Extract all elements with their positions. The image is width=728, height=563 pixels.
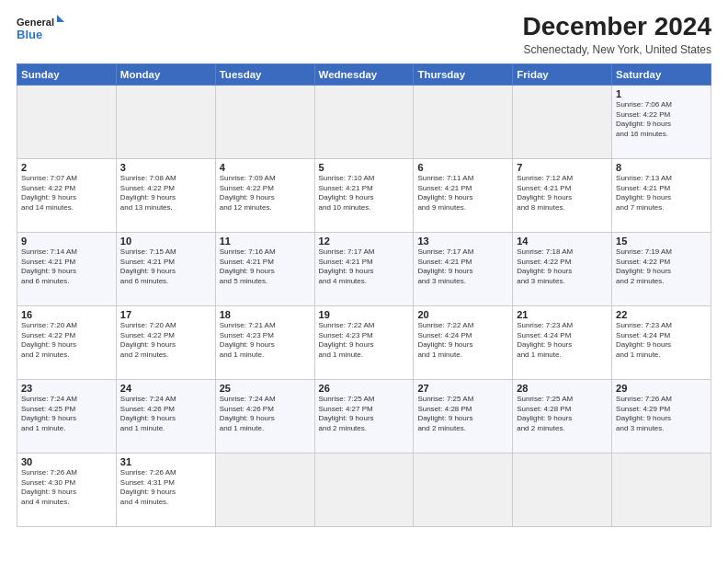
table-cell: 21Sunrise: 7:23 AMSunset: 4:24 PMDayligh…	[513, 305, 612, 379]
table-row: 16Sunrise: 7:20 AMSunset: 4:22 PMDayligh…	[17, 305, 711, 379]
table-cell: 28Sunrise: 7:25 AMSunset: 4:28 PMDayligh…	[513, 379, 612, 453]
table-cell: 2Sunrise: 7:07 AMSunset: 4:22 PMDaylight…	[17, 158, 117, 232]
day-info: Sunrise: 7:26 AMSunset: 4:30 PMDaylight:…	[21, 468, 112, 508]
table-cell: 9Sunrise: 7:14 AMSunset: 4:21 PMDaylight…	[17, 232, 117, 305]
col-friday: Friday	[513, 63, 612, 85]
table-cell: 24Sunrise: 7:24 AMSunset: 4:26 PMDayligh…	[116, 379, 215, 453]
table-cell: 6Sunrise: 7:11 AMSunset: 4:21 PMDaylight…	[414, 158, 513, 232]
day-number: 19	[319, 309, 410, 320]
logo: General Blue	[17, 13, 64, 46]
table-cell: 30Sunrise: 7:26 AMSunset: 4:30 PMDayligh…	[17, 453, 117, 526]
table-cell: 19Sunrise: 7:22 AMSunset: 4:23 PMDayligh…	[314, 305, 414, 379]
day-number: 30	[21, 456, 112, 467]
day-info: Sunrise: 7:24 AMSunset: 4:26 PMDaylight:…	[220, 395, 311, 434]
day-info: Sunrise: 7:14 AMSunset: 4:21 PMDaylight:…	[21, 247, 112, 287]
day-number: 7	[517, 162, 608, 173]
day-info: Sunrise: 7:07 AMSunset: 4:22 PMDaylight:…	[21, 174, 112, 213]
day-number: 11	[220, 236, 311, 247]
day-info: Sunrise: 7:15 AMSunset: 4:21 PMDaylight:…	[120, 247, 211, 287]
table-cell: 1Sunrise: 7:06 AMSunset: 4:22 PMDaylight…	[612, 85, 711, 158]
day-info: Sunrise: 7:24 AMSunset: 4:25 PMDaylight:…	[21, 395, 112, 434]
table-cell: 31Sunrise: 7:26 AMSunset: 4:31 PMDayligh…	[116, 453, 215, 526]
day-number: 1	[616, 88, 707, 99]
table-cell	[314, 85, 414, 158]
table-cell: 4Sunrise: 7:09 AMSunset: 4:22 PMDaylight…	[215, 158, 314, 232]
day-number: 17	[120, 309, 211, 320]
header: General Blue December 2024 Schenectady, …	[17, 13, 711, 56]
day-info: Sunrise: 7:20 AMSunset: 4:22 PMDaylight:…	[21, 321, 112, 361]
table-row: 2Sunrise: 7:07 AMSunset: 4:22 PMDaylight…	[17, 158, 711, 232]
day-info: Sunrise: 7:24 AMSunset: 4:26 PMDaylight:…	[120, 395, 211, 434]
svg-text:Blue: Blue	[17, 28, 42, 41]
table-row: 30Sunrise: 7:26 AMSunset: 4:30 PMDayligh…	[17, 453, 711, 526]
table-cell: 18Sunrise: 7:21 AMSunset: 4:23 PMDayligh…	[215, 305, 314, 379]
header-row: Sunday Monday Tuesday Wednesday Thursday…	[17, 63, 711, 85]
table-cell: 3Sunrise: 7:08 AMSunset: 4:22 PMDaylight…	[116, 158, 215, 232]
table-cell	[612, 453, 711, 526]
table-cell: 20Sunrise: 7:22 AMSunset: 4:24 PMDayligh…	[414, 305, 513, 379]
day-number: 20	[417, 309, 508, 320]
day-info: Sunrise: 7:23 AMSunset: 4:24 PMDaylight:…	[517, 321, 608, 361]
table-cell: 27Sunrise: 7:25 AMSunset: 4:28 PMDayligh…	[414, 379, 513, 453]
day-info: Sunrise: 7:16 AMSunset: 4:21 PMDaylight:…	[220, 247, 311, 287]
table-cell	[215, 453, 314, 526]
day-number: 29	[616, 383, 707, 394]
day-number: 5	[319, 162, 410, 173]
table-cell: 8Sunrise: 7:13 AMSunset: 4:21 PMDaylight…	[612, 158, 711, 232]
table-cell	[215, 85, 314, 158]
table-cell: 11Sunrise: 7:16 AMSunset: 4:21 PMDayligh…	[215, 232, 314, 305]
table-cell: 22Sunrise: 7:23 AMSunset: 4:24 PMDayligh…	[612, 305, 711, 379]
day-info: Sunrise: 7:18 AMSunset: 4:22 PMDaylight:…	[517, 247, 608, 287]
table-cell	[314, 453, 414, 526]
day-number: 21	[517, 309, 608, 320]
day-number: 14	[517, 236, 608, 247]
subtitle: Schenectady, New York, United States	[523, 43, 711, 56]
table-cell: 15Sunrise: 7:19 AMSunset: 4:22 PMDayligh…	[612, 232, 711, 305]
table-row: 23Sunrise: 7:24 AMSunset: 4:25 PMDayligh…	[17, 379, 711, 453]
day-number: 18	[220, 309, 311, 320]
day-number: 16	[21, 309, 112, 320]
table-cell: 7Sunrise: 7:12 AMSunset: 4:21 PMDaylight…	[513, 158, 612, 232]
day-number: 3	[120, 162, 211, 173]
day-number: 6	[417, 162, 508, 173]
day-info: Sunrise: 7:08 AMSunset: 4:22 PMDaylight:…	[120, 174, 211, 213]
table-row: 9Sunrise: 7:14 AMSunset: 4:21 PMDaylight…	[17, 232, 711, 305]
day-info: Sunrise: 7:22 AMSunset: 4:23 PMDaylight:…	[319, 321, 410, 361]
table-cell: 10Sunrise: 7:15 AMSunset: 4:21 PMDayligh…	[116, 232, 215, 305]
table-cell	[414, 85, 513, 158]
month-title: December 2024	[523, 13, 711, 41]
day-number: 31	[120, 456, 211, 467]
col-sunday: Sunday	[17, 63, 117, 85]
col-saturday: Saturday	[612, 63, 711, 85]
day-info: Sunrise: 7:23 AMSunset: 4:24 PMDaylight:…	[616, 321, 707, 361]
day-info: Sunrise: 7:22 AMSunset: 4:24 PMDaylight:…	[417, 321, 508, 361]
day-info: Sunrise: 7:25 AMSunset: 4:28 PMDaylight:…	[417, 395, 508, 434]
day-info: Sunrise: 7:19 AMSunset: 4:22 PMDaylight:…	[616, 247, 707, 287]
day-info: Sunrise: 7:25 AMSunset: 4:28 PMDaylight:…	[517, 395, 608, 434]
day-number: 28	[517, 383, 608, 394]
day-info: Sunrise: 7:09 AMSunset: 4:22 PMDaylight:…	[220, 174, 311, 213]
day-info: Sunrise: 7:25 AMSunset: 4:27 PMDaylight:…	[319, 395, 410, 434]
table-cell: 16Sunrise: 7:20 AMSunset: 4:22 PMDayligh…	[17, 305, 117, 379]
day-info: Sunrise: 7:10 AMSunset: 4:21 PMDaylight:…	[319, 174, 410, 213]
day-number: 25	[220, 383, 311, 394]
table-cell: 5Sunrise: 7:10 AMSunset: 4:21 PMDaylight…	[314, 158, 414, 232]
table-cell: 26Sunrise: 7:25 AMSunset: 4:27 PMDayligh…	[314, 379, 414, 453]
table-cell	[414, 453, 513, 526]
day-info: Sunrise: 7:06 AMSunset: 4:22 PMDaylight:…	[616, 100, 707, 140]
col-tuesday: Tuesday	[215, 63, 314, 85]
day-number: 8	[616, 162, 707, 173]
title-block: December 2024 Schenectady, New York, Uni…	[523, 13, 711, 56]
day-number: 13	[417, 236, 508, 247]
logo-svg: General Blue	[17, 13, 64, 46]
day-number: 9	[21, 236, 112, 247]
day-info: Sunrise: 7:26 AMSunset: 4:29 PMDaylight:…	[616, 395, 707, 434]
day-info: Sunrise: 7:13 AMSunset: 4:21 PMDaylight:…	[616, 174, 707, 213]
svg-text:General: General	[17, 17, 54, 28]
day-number: 24	[120, 383, 211, 394]
day-info: Sunrise: 7:20 AMSunset: 4:22 PMDaylight:…	[120, 321, 211, 361]
table-cell: 13Sunrise: 7:17 AMSunset: 4:21 PMDayligh…	[414, 232, 513, 305]
day-info: Sunrise: 7:12 AMSunset: 4:21 PMDaylight:…	[517, 174, 608, 213]
day-number: 12	[319, 236, 410, 247]
day-info: Sunrise: 7:21 AMSunset: 4:23 PMDaylight:…	[220, 321, 311, 361]
